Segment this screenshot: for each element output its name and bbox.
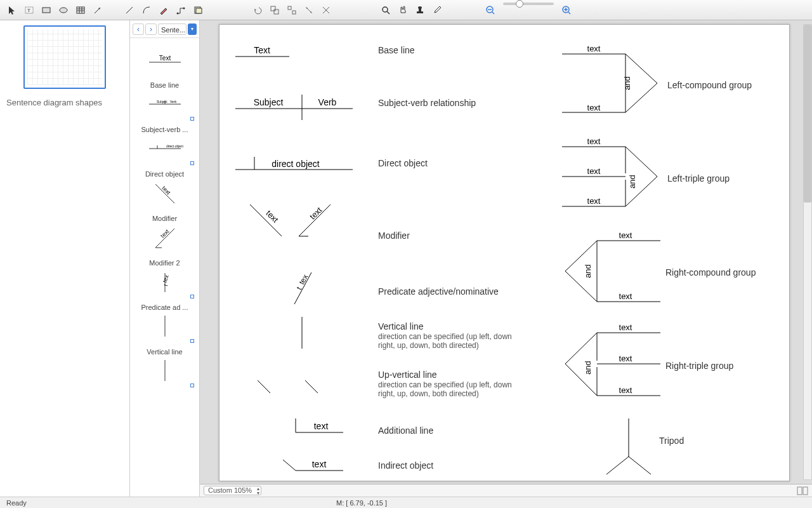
svg-text:Verb: Verb — [170, 100, 177, 104]
svg-point-24 — [383, 7, 388, 12]
svg-text:and: and — [627, 175, 637, 189]
svg-text:text: text — [587, 44, 601, 53]
arrow-tool[interactable] — [89, 3, 106, 18]
library-item-baseline[interactable]: Base line SubjectVerb — [134, 77, 195, 122]
shape-indirect-object[interactable]: text — [283, 459, 343, 471]
svg-rect-2 — [43, 8, 50, 13]
zoom-in-button[interactable] — [558, 3, 575, 18]
connector-tool[interactable] — [173, 3, 189, 18]
sub-up-vertical: direction can be specified (up left, dow… — [378, 380, 512, 398]
label-up-vertical: Up-vertical line — [378, 370, 437, 380]
svg-text:text: text — [160, 185, 172, 196]
svg-text:t: t — [295, 285, 304, 291]
shape-up-vertical[interactable] — [258, 380, 318, 393]
svg-line-25 — [387, 11, 390, 14]
library-dropdown-button[interactable]: ▾ — [188, 23, 197, 35]
label-left-compound: Left-compound group — [667, 80, 752, 90]
shape-predicate[interactable]: tex t — [294, 272, 311, 304]
table-tool[interactable] — [72, 3, 89, 18]
svg-text:text: text — [619, 291, 632, 301]
pointer-tool[interactable] — [4, 3, 20, 18]
shape-direct-object[interactable]: direct object — [235, 157, 353, 170]
shape-subject-verb[interactable]: Subject Verb — [235, 95, 353, 120]
text-select-tool[interactable]: T — [21, 3, 37, 18]
svg-text:text: text — [264, 208, 280, 225]
svg-text:text: text — [619, 231, 632, 240]
library-forward-button[interactable]: › — [145, 23, 157, 35]
shape-left-triple[interactable]: text text text and — [562, 137, 657, 206]
label-subject-verb: Subject-verb relationship — [378, 98, 476, 108]
library-back-button[interactable]: ‹ — [133, 23, 144, 35]
label-base-line: Base line — [378, 45, 415, 55]
undo-tool[interactable] — [249, 3, 266, 18]
line-tool[interactable] — [121, 3, 138, 18]
pen-tool[interactable] — [155, 3, 172, 18]
curve-tool[interactable] — [138, 3, 155, 18]
label-indirect-object: Indirect object — [378, 460, 433, 471]
svg-rect-122 — [797, 487, 802, 495]
svg-point-12 — [183, 7, 185, 9]
layer-tool[interactable] — [190, 3, 206, 18]
library-item-predicate[interactable]: Predicate ad ... — [134, 300, 195, 344]
svg-rect-14 — [196, 8, 202, 13]
shape-additional-line[interactable]: text — [296, 418, 343, 432]
zoom-out-button[interactable] — [482, 3, 499, 18]
svg-point-20 — [306, 8, 308, 9]
library-item-modifier-2[interactable]: Modifier 2 text — [134, 255, 195, 300]
library-item-text[interactable]: Text Text — [134, 41, 195, 77]
library-title[interactable]: Sente... — [158, 23, 187, 35]
svg-rect-4 — [77, 7, 84, 13]
svg-line-78 — [283, 460, 296, 471]
svg-line-121 — [629, 457, 651, 474]
canvas[interactable]: Text Base line Subject Verb Subject-verb… — [219, 24, 790, 481]
rect-tool[interactable] — [38, 3, 55, 18]
zoom-slider[interactable] — [503, 3, 554, 5]
hand-tool[interactable] — [395, 3, 411, 18]
svg-text:text: text — [587, 196, 601, 206]
zoom-level-input[interactable]: Custom 105% ▴▾ — [204, 486, 261, 495]
group-tool[interactable] — [266, 3, 283, 18]
svg-text:text: text — [308, 205, 324, 222]
shape-base-line[interactable]: Text — [235, 45, 289, 57]
svg-text:text: text — [314, 421, 329, 431]
library-item-direct-object[interactable]: Direct object text — [134, 166, 195, 211]
svg-line-73 — [258, 380, 270, 393]
shape-right-compound[interactable]: text text and — [565, 231, 660, 302]
svg-rect-26 — [417, 11, 423, 13]
library-item-modifier[interactable]: Modifier text — [134, 211, 195, 255]
svg-rect-123 — [803, 487, 808, 495]
svg-point-21 — [310, 11, 311, 13]
svg-rect-18 — [292, 11, 296, 14]
eyedropper-tool[interactable] — [429, 3, 445, 18]
vertical-scrollbar[interactable] — [803, 24, 812, 480]
svg-text:and: and — [622, 76, 632, 90]
svg-line-94 — [625, 147, 657, 177]
page-thumbnail[interactable] — [23, 25, 106, 89]
svg-text:and: and — [583, 264, 593, 278]
status-ready: Ready — [6, 499, 336, 507]
svg-text:text: text — [159, 228, 171, 239]
svg-text:direct object: direct object — [166, 144, 184, 148]
svg-line-10 — [126, 7, 133, 13]
page-nav-icon[interactable] — [797, 486, 808, 495]
svg-line-74 — [305, 380, 318, 393]
shape-tripod[interactable] — [606, 418, 651, 474]
label-left-triple: Left-triple group — [667, 173, 730, 184]
align-tool[interactable] — [301, 3, 317, 18]
shape-left-compound[interactable]: text text and — [562, 44, 657, 112]
shape-right-triple[interactable]: text text text and — [565, 323, 660, 396]
library-item-subject-verb[interactable]: Subject-verb ... direct object — [134, 122, 195, 166]
stamp-tool[interactable] — [412, 3, 428, 18]
distribute-tool[interactable] — [318, 3, 334, 18]
ellipse-tool[interactable] — [55, 3, 72, 18]
shape-modifier[interactable]: text text — [250, 204, 331, 236]
svg-text:Verb: Verb — [318, 97, 337, 107]
search-zoom-tool[interactable] — [377, 3, 394, 18]
ungroup-tool[interactable] — [284, 3, 300, 18]
library-panel: ‹ › Sente... ▾ Text Text Base line Subje… — [130, 20, 200, 497]
label-additional-line: Additional line — [378, 425, 433, 436]
svg-text:Subject: Subject — [157, 100, 167, 104]
library-item-vertical-line[interactable]: Vertical line — [134, 344, 195, 389]
label-modifier: Modifier — [378, 231, 410, 241]
library-list[interactable]: Text Text Base line SubjectVerb Subject-… — [130, 38, 199, 497]
